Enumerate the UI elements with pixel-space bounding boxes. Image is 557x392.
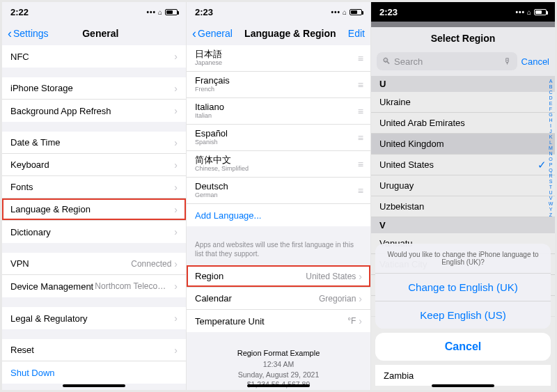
reorder-handle-icon[interactable]: ≡ (358, 132, 362, 143)
chevron-right-icon: › (359, 315, 362, 327)
reorder-handle-icon[interactable]: ≡ (358, 106, 362, 117)
region-format-example: Region Format Example 12:34 AM Sunday, A… (187, 342, 370, 390)
page-title: Language & Region (244, 28, 336, 39)
action-sheet-message: Would you like to change the iPhone lang… (375, 244, 551, 274)
phone-language-region: 2:23 ••• ⌂ ‹General Language & Region Ed… (187, 2, 371, 390)
language-english: French (195, 86, 230, 93)
language-row[interactable]: DeutschGerman≡ (187, 178, 370, 204)
language-row[interactable]: 日本語Japanese≡ (187, 45, 370, 72)
language-region-list: 日本語Japanese≡FrançaisFrench≡ItalianoItali… (187, 45, 370, 390)
status-icons: ••• ⌂ (515, 8, 547, 16)
language-english: German (195, 192, 228, 199)
status-bar: 2:23 ••• ⌂ (187, 2, 370, 22)
search-bar: 🔍︎ Search 🎙︎ Cancel (371, 49, 555, 76)
search-input[interactable]: 🔍︎ Search 🎙︎ (377, 52, 517, 70)
search-icon: 🔍︎ (382, 56, 391, 66)
action-cancel-button[interactable]: Cancel (375, 333, 551, 361)
chevron-right-icon: › (174, 137, 178, 148)
chevron-right-icon: › (174, 258, 178, 269)
wifi-icon: ⌂ (158, 8, 163, 16)
action-keep-language-button[interactable]: Keep English (US) (375, 301, 551, 329)
chevron-right-icon: › (174, 159, 178, 171)
signal-icon: ••• (331, 8, 340, 16)
language-row[interactable]: ItalianoItalian≡ (187, 98, 370, 125)
home-indicator[interactable] (63, 384, 125, 387)
row-region[interactable]: RegionUnited States› (187, 265, 370, 288)
page-title: General (82, 28, 118, 39)
chevron-right-icon: › (174, 182, 178, 193)
add-language-button[interactable]: Add Language... (187, 204, 370, 226)
language-row[interactable]: EspañolSpanish≡ (187, 125, 370, 151)
mic-icon[interactable]: 🎙︎ (503, 56, 512, 66)
chevron-right-icon: › (174, 204, 178, 215)
language-english: Spanish (195, 139, 228, 146)
row-iphone-storage[interactable]: iPhone Storage› (2, 77, 186, 100)
signal-icon: ••• (515, 8, 525, 16)
action-sheet-overlay: Would you like to change the iPhone lang… (371, 76, 555, 390)
settings-list: NFC› iPhone Storage› Background App Refr… (2, 45, 186, 390)
chevron-right-icon: › (174, 313, 178, 324)
row-dictionary[interactable]: Dictionary› (2, 221, 186, 243)
chevron-right-icon: › (359, 271, 362, 282)
status-icons: ••• ⌂ (146, 8, 178, 16)
search-placeholder: Search (394, 56, 423, 67)
row-background-app-refresh[interactable]: Background App Refresh› (2, 100, 186, 122)
row-fonts[interactable]: Fonts› (2, 176, 186, 198)
language-native: 日本語 (195, 49, 222, 59)
sheet-title: Select Region (371, 27, 555, 49)
clock: 2:23 (379, 7, 398, 17)
reorder-handle-icon[interactable]: ≡ (358, 159, 362, 170)
navbar: ‹General Language & Region Edit (187, 22, 370, 45)
language-native: Français (195, 76, 230, 86)
row-device-management[interactable]: Device ManagementNorthcom Telecommun...› (2, 275, 186, 297)
language-english: Italian (195, 113, 224, 120)
row-reset[interactable]: Reset› (2, 339, 186, 361)
language-english: Chinese, Simplified (195, 166, 249, 173)
region-list[interactable]: U UkraineUnited Arab EmiratesUnited King… (371, 76, 555, 390)
chevron-right-icon: › (174, 226, 178, 237)
language-native: Italiano (195, 102, 224, 112)
row-date-time[interactable]: Date & Time› (2, 132, 186, 154)
chevron-right-icon: › (174, 105, 178, 116)
language-english: Japanese (195, 60, 222, 67)
chevron-right-icon: › (174, 281, 178, 292)
sheet-grabber-area (371, 22, 555, 27)
row-temperature[interactable]: Temperature Unit°F› (187, 310, 370, 332)
navbar: ‹Settings General (2, 22, 186, 45)
chevron-right-icon: › (174, 83, 178, 94)
clock: 2:22 (10, 7, 29, 17)
battery-icon (350, 9, 362, 15)
language-native: 简体中文 (195, 155, 249, 165)
language-native: Deutsch (195, 182, 228, 191)
reorder-handle-icon[interactable]: ≡ (358, 79, 362, 91)
battery-icon (165, 9, 178, 15)
language-row[interactable]: 简体中文Chinese, Simplified≡ (187, 151, 370, 178)
languages-footnote: Apps and websites will use the first lan… (187, 236, 370, 265)
battery-icon (534, 9, 547, 15)
back-label: General (198, 28, 233, 39)
row-nfc[interactable]: NFC› (2, 45, 186, 68)
row-legal[interactable]: Legal & Regulatory› (2, 307, 186, 329)
home-indicator[interactable] (432, 384, 494, 387)
chevron-left-icon: ‹ (8, 27, 12, 40)
reorder-handle-icon[interactable]: ≡ (358, 53, 362, 64)
row-keyboard[interactable]: Keyboard› (2, 154, 186, 176)
row-language-region[interactable]: Language & Region› (2, 198, 186, 221)
home-indicator[interactable] (247, 384, 310, 387)
row-vpn[interactable]: VPNConnected› (2, 253, 186, 275)
language-row[interactable]: FrançaisFrench≡ (187, 72, 370, 98)
row-shut-down[interactable]: Shut Down (2, 361, 186, 384)
region-row-zambia[interactable]: Zambia (375, 365, 551, 386)
back-button[interactable]: ‹General (192, 27, 233, 40)
wifi-icon: ⌂ (343, 8, 347, 16)
reorder-handle-icon[interactable]: ≡ (358, 185, 362, 196)
back-button[interactable]: ‹Settings (8, 27, 49, 40)
status-icons: ••• ⌂ (331, 8, 362, 16)
row-calendar[interactable]: CalendarGregorian› (187, 288, 370, 310)
wifi-icon: ⌂ (527, 8, 532, 16)
search-cancel-button[interactable]: Cancel (521, 56, 549, 67)
action-sheet: Would you like to change the iPhone lang… (375, 244, 551, 386)
action-change-language-button[interactable]: Change to English (UK) (375, 274, 551, 301)
back-label: Settings (13, 28, 49, 39)
edit-button[interactable]: Edit (348, 28, 365, 39)
